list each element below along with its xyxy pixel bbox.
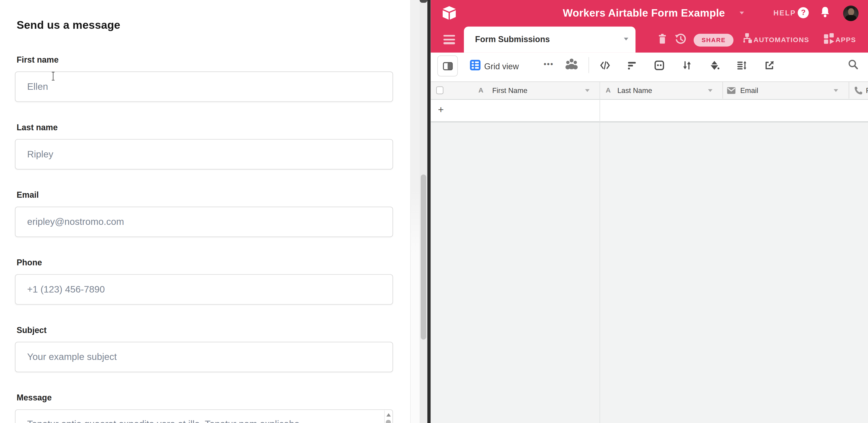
phone-label: Phone (17, 258, 42, 267)
scroll-up-arrow-icon[interactable] (386, 413, 391, 417)
view-toolbar: Grid view ••• (431, 53, 868, 81)
grid-empty-canvas (431, 122, 868, 423)
phone-field-icon (854, 86, 863, 95)
email-label: Email (17, 190, 39, 200)
screenshot-stage: Send us a message First name Last name E… (0, 0, 868, 423)
column-email-caret-icon[interactable] (834, 89, 838, 92)
notifications-bell-icon[interactable] (820, 6, 831, 18)
question-mark-glyph: ? (801, 8, 806, 16)
phone-input[interactable] (15, 274, 393, 304)
page-scrollbar-thumb[interactable] (421, 175, 426, 339)
record-color-icon[interactable] (710, 60, 720, 70)
column-divider (848, 82, 849, 98)
automations-label[interactable]: AUTOMATIONS (753, 36, 809, 44)
message-label: Message (17, 393, 52, 402)
search-icon[interactable] (848, 59, 858, 70)
avatar-body (845, 15, 857, 21)
message-scrollbar[interactable] (384, 411, 392, 423)
add-record-row[interactable]: + (431, 99, 868, 122)
grid-view-icon[interactable] (470, 60, 481, 70)
airtable-logo-icon[interactable] (442, 5, 457, 21)
email-field-icon (727, 87, 736, 94)
avatar-face (848, 8, 854, 15)
message-text: Tenetur optio quaerat expedita vero et i… (27, 419, 378, 423)
collaborators-icon[interactable] (565, 58, 578, 70)
group-icon[interactable] (654, 60, 664, 70)
subject-input[interactable] (15, 342, 393, 372)
view-more-options-icon[interactable]: ••• (544, 60, 554, 68)
share-button-label: SHARE (702, 37, 726, 43)
select-all-checkbox[interactable] (436, 86, 443, 94)
primary-column-divider (599, 82, 600, 423)
subject-label: Subject (17, 325, 46, 335)
apps-icon[interactable] (824, 33, 835, 44)
last-name-label: Last name (17, 122, 58, 132)
contact-form-pane: Send us a message First name Last name E… (0, 0, 410, 423)
airtable-window: Workers Airtable Form Example HELP ? For… (431, 0, 868, 423)
text-cursor-ibeam (50, 71, 56, 81)
automations-icon[interactable] (742, 33, 752, 44)
base-title-caret-icon[interactable] (740, 12, 744, 14)
sort-icon[interactable] (682, 60, 692, 70)
filter-icon[interactable] (627, 60, 637, 70)
add-record-plus-icon[interactable]: + (438, 104, 444, 116)
column-first-name-caret-icon[interactable] (585, 89, 590, 92)
form-title: Send us a message (17, 19, 120, 32)
base-title[interactable]: Workers Airtable Form Example (541, 7, 746, 19)
text-field-icon: A (478, 86, 484, 94)
message-scrollbar-thumb[interactable] (386, 420, 391, 423)
tab-form-submissions[interactable]: Form Submissions (464, 26, 636, 53)
text-field-icon: A (606, 86, 611, 94)
last-name-input[interactable] (15, 139, 393, 170)
column-last-name[interactable]: Last Name (617, 86, 652, 94)
help-button[interactable]: HELP (773, 9, 796, 17)
column-last-name-caret-icon[interactable] (708, 89, 713, 92)
column-email[interactable]: Email (740, 86, 758, 94)
apps-label[interactable]: APPS (835, 36, 856, 44)
window-divider (428, 0, 431, 423)
email-input[interactable] (15, 207, 393, 237)
message-textarea[interactable]: Tenetur optio quaerat expedita vero et i… (15, 410, 393, 423)
view-name-label[interactable]: Grid view (484, 61, 519, 71)
share-button[interactable]: SHARE (694, 34, 734, 47)
sidebar-panel-icon (443, 62, 453, 70)
views-sidebar-toggle-button[interactable] (437, 55, 458, 76)
hide-fields-icon[interactable] (600, 60, 610, 70)
column-divider (722, 82, 723, 98)
column-phone[interactable]: Phone (866, 86, 868, 94)
sidebar-menu-icon[interactable] (443, 35, 455, 46)
column-first-name[interactable]: First Name (492, 86, 527, 94)
toolbar-separator (589, 57, 589, 73)
share-view-icon[interactable] (765, 60, 774, 70)
trash-icon[interactable] (658, 33, 667, 44)
first-name-label: First name (17, 55, 59, 64)
row-height-icon[interactable] (737, 60, 747, 70)
history-snapshot-icon[interactable] (675, 33, 686, 45)
grid-column-header-row: A First Name A Last Name Email Phone (431, 81, 868, 99)
form-pane-gutter (410, 0, 420, 423)
table-tab-label: Form Submissions (475, 34, 550, 43)
first-name-input[interactable] (15, 71, 393, 102)
table-tab-caret-icon[interactable] (624, 38, 628, 40)
